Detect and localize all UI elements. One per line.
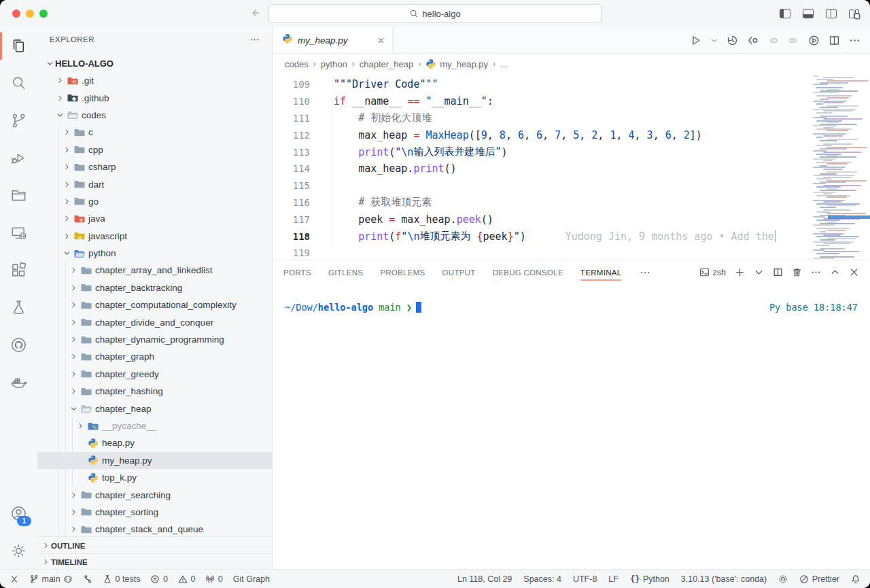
tree-item-codes[interactable]: codes <box>37 107 272 124</box>
status-branch[interactable]: main <box>29 574 73 584</box>
activity-docker-icon[interactable] <box>0 364 37 401</box>
chevron-down-icon[interactable] <box>754 267 764 277</box>
run-icon[interactable] <box>690 35 701 46</box>
panel-tab-gitlens[interactable]: GITLENS <box>328 260 363 284</box>
breadcrumb-item-my-heap-py[interactable]: my_heap.py <box>425 58 488 69</box>
panel-more-tabs-icon[interactable] <box>640 267 650 278</box>
activity-source-control-icon[interactable] <box>0 102 37 139</box>
activity-extensions-icon[interactable] <box>0 252 37 289</box>
split-editor-icon[interactable] <box>829 35 840 46</box>
tree-item-chapter-backtracking[interactable]: chapter_backtracking <box>37 279 272 296</box>
tree-item-chapter-graph[interactable]: chapter_graph <box>37 348 272 365</box>
panel-tab-problems[interactable]: PROBLEMS <box>380 260 425 284</box>
minimap[interactable] <box>813 75 870 260</box>
toggle-secondary-sidebar-icon[interactable] <box>826 9 837 18</box>
activity-remote-explorer-icon[interactable] <box>0 214 37 252</box>
tree-item-chapter-greedy[interactable]: chapter_greedy <box>37 366 272 383</box>
breadcrumb-item-codes[interactable]: codes <box>285 59 309 69</box>
panel-tab-debug-console[interactable]: DEBUG CONSOLE <box>493 260 563 284</box>
tree-item-go[interactable]: go <box>37 193 272 210</box>
customize-layout-icon[interactable] <box>849 10 859 18</box>
activity-settings-icon[interactable] <box>0 532 37 570</box>
activity-testing-icon[interactable] <box>0 289 37 326</box>
tab-label: my_heap.py <box>298 35 348 46</box>
chevron-up-icon[interactable] <box>830 267 840 277</box>
tree-root-hello-algo[interactable]: HELLO-ALGO <box>37 55 272 72</box>
outline-section[interactable]: OUTLINE <box>37 536 272 554</box>
tree-item-chapter-heap[interactable]: chapter_heap <box>37 400 272 417</box>
breadcrumb-item-chapter-heap[interactable]: chapter_heap <box>360 59 414 69</box>
tree-item--github[interactable]: .github <box>37 89 272 106</box>
tree-item-javascript[interactable]: JSjavascript <box>37 228 272 245</box>
status-git-graph[interactable]: Git Graph <box>233 574 270 584</box>
activity-github-icon[interactable] <box>0 326 37 364</box>
breadcrumb-item-python[interactable]: python <box>321 59 347 69</box>
close-icon[interactable] <box>849 267 859 277</box>
nav-back-button[interactable] <box>247 5 262 20</box>
code-editor[interactable]: 109"""Driver Code"""110if __name__ == "_… <box>273 74 870 260</box>
tree-item-dart[interactable]: dart <box>37 175 272 192</box>
status-lf[interactable]: LF <box>608 574 619 584</box>
breadcrumb-item--[interactable]: ... <box>500 59 508 69</box>
tree-item-cpp[interactable]: cpp <box>37 141 272 158</box>
activity-project-folder-icon[interactable] <box>0 177 37 214</box>
status-error[interactable]: 0 <box>150 574 167 584</box>
minimize-window-button[interactable] <box>26 10 34 18</box>
tree-item-chapter-array-and-linkedlist[interactable]: chapter_array_and_linkedlist <box>37 262 272 279</box>
tree-item-chapter-sorting[interactable]: chapter_sorting <box>37 504 272 521</box>
tree-item-python[interactable]: python <box>37 245 272 262</box>
explorer-more-actions-icon[interactable] <box>249 35 260 45</box>
toggle-sidebar-icon[interactable] <box>780 9 790 18</box>
activity-accounts-icon[interactable]: 1 <box>0 495 37 532</box>
command-center-search[interactable]: hello-algo <box>268 4 602 23</box>
status-utf-8[interactable]: UTF-8 <box>573 574 597 584</box>
tree-item-c[interactable]: c <box>37 124 272 141</box>
history-icon[interactable] <box>727 35 738 46</box>
tree-item-chapter-dynamic-programming[interactable]: chapter_dynamic_programming <box>37 331 272 348</box>
activity-run-debug-icon[interactable] <box>0 139 37 177</box>
activity-search-icon[interactable] <box>0 65 37 102</box>
zoom-window-button[interactable] <box>39 10 48 18</box>
activity-explorer-icon[interactable] <box>0 27 37 65</box>
status-ln-118-col-29[interactable]: Ln 118, Col 29 <box>457 574 512 584</box>
tree-item-csharp[interactable]: csharp <box>37 158 272 175</box>
tree-item-chapter-computational-complexity[interactable]: chapter_computational_complexity <box>37 296 272 313</box>
tree-item-java[interactable]: java <box>37 210 272 227</box>
chevron-down-icon[interactable] <box>710 37 718 44</box>
run-circle-icon[interactable] <box>808 35 820 46</box>
trash-icon[interactable] <box>792 267 802 277</box>
panel-tab-ports[interactable]: PORTS <box>283 260 311 284</box>
tree-item-chapter-hashing[interactable]: chapter_hashing <box>37 383 272 400</box>
timeline-section[interactable]: TIMELINE <box>37 553 272 570</box>
open-changes-icon[interactable] <box>747 35 759 46</box>
status-radio-tower[interactable]: 0 <box>205 574 222 584</box>
more-icon[interactable] <box>849 35 860 46</box>
status-bell[interactable] <box>851 574 860 584</box>
panel-tab-terminal[interactable]: TERMINAL <box>580 260 622 284</box>
status-3-10-13-base-conda-[interactable]: 3.10.13 ('base': conda) <box>681 574 767 584</box>
status-warning[interactable]: 0 <box>178 574 195 584</box>
toggle-panel-icon[interactable] <box>803 9 814 18</box>
panel-tab-output[interactable]: OUTPUT <box>442 260 476 284</box>
status-github-small[interactable] <box>778 574 788 584</box>
folder-icon <box>80 334 92 345</box>
terminal-icon[interactable]: zsh <box>699 267 726 277</box>
status-braces[interactable]: {}Python <box>630 574 669 584</box>
close-window-button[interactable] <box>12 10 20 18</box>
tree-item--git[interactable]: .git <box>37 72 272 89</box>
code-line-119: 119 <box>273 245 870 260</box>
tab-my-heap-py[interactable]: my_heap.py <box>273 27 393 53</box>
status-remote[interactable] <box>10 574 19 584</box>
more-icon[interactable] <box>811 267 821 277</box>
status-prettier[interactable]: Prettier <box>799 574 839 584</box>
terminal[interactable]: ~/Dow/hello-algo main ❯ Py base 18:18:47 <box>273 284 870 570</box>
tree-item-chapter-searching[interactable]: chapter_searching <box>37 486 272 503</box>
status-gitlens[interactable] <box>83 574 92 584</box>
status-spaces-4[interactable]: Spaces: 4 <box>523 574 561 584</box>
tab-close-icon[interactable] <box>377 36 385 45</box>
add-icon[interactable] <box>735 267 745 277</box>
status-beaker[interactable]: 0 tests <box>103 574 140 584</box>
split-editor-icon[interactable] <box>773 267 783 277</box>
tree-item-chapter-divide-and-conquer[interactable]: chapter_divide_and_conquer <box>37 313 272 330</box>
tree-item-chapter-stack-and-queue[interactable]: chapter_stack_and_queue <box>37 521 272 538</box>
